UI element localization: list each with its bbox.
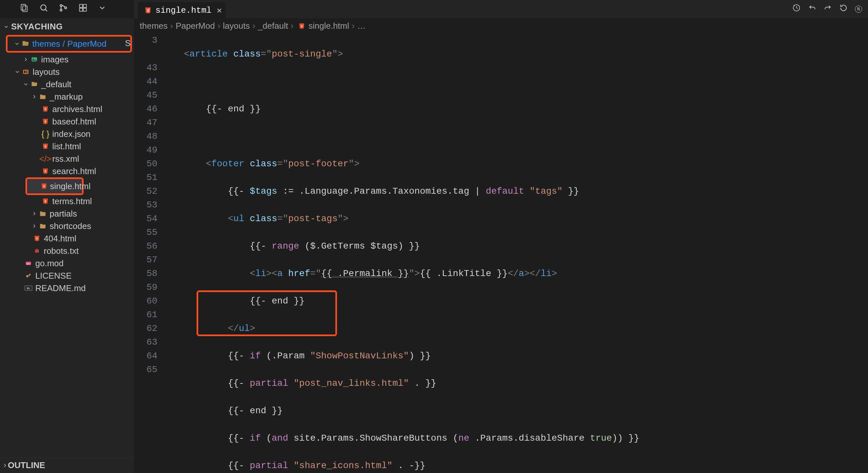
svg-point-28: [37, 250, 38, 252]
tab-bar: 5 single.html ✕: [134, 0, 792, 18]
layouts-folder-icon: [22, 68, 30, 76]
chevron-right-icon: [23, 57, 29, 62]
tree-folder-themes[interactable]: themes / PaperMod: [7, 37, 130, 51]
tree-label: index.json: [52, 129, 90, 139]
svg-rect-26: [35, 249, 39, 253]
svg-text:M↓: M↓: [27, 287, 30, 290]
svg-point-4: [60, 5, 62, 6]
chevron-down-icon: [14, 41, 20, 47]
svg-rect-1: [23, 6, 27, 11]
tree-file-robots[interactable]: robots.txt: [0, 245, 134, 257]
chevron-down-icon: [23, 81, 29, 87]
more-icon[interactable]: N: [855, 5, 862, 13]
chevron-down-icon[interactable]: [98, 4, 106, 15]
html-file-icon: 5: [298, 23, 306, 29]
chevron-right-icon: [31, 94, 37, 100]
breadcrumb-item[interactable]: …: [357, 21, 366, 31]
html-file-icon: 5: [33, 235, 41, 242]
editor-title-actions: N: [792, 0, 868, 18]
search-icon[interactable]: [39, 3, 48, 15]
run-loop-icon[interactable]: [839, 4, 848, 15]
tab-single-html[interactable]: 5 single.html ✕: [138, 2, 226, 18]
svg-rect-7: [80, 5, 83, 7]
diff-next-icon[interactable]: [824, 4, 832, 15]
folder-open-icon: [30, 81, 38, 88]
workspace-name: SKYACHING: [11, 22, 63, 32]
folder-open-icon: [21, 40, 30, 48]
svg-rect-10: [83, 8, 86, 11]
explorer-sidebar: SKYACHING themes / PaperMod S images lay…: [0, 18, 134, 473]
tree-file-404[interactable]: 5 404.html: [0, 232, 134, 245]
tree-folder-default[interactable]: _default: [0, 78, 134, 90]
tree-label: _default: [41, 79, 71, 89]
folder-icon: [38, 93, 47, 100]
tree-file-rss[interactable]: </> rss.xml: [0, 152, 134, 165]
svg-rect-9: [80, 8, 83, 11]
tree-file-list[interactable]: 5 list.html: [0, 140, 134, 152]
svg-rect-15: [23, 70, 29, 74]
tree-file-terms[interactable]: 5 terms.html: [0, 195, 134, 207]
workspace-header[interactable]: SKYACHING: [0, 18, 134, 35]
svg-rect-17: [26, 70, 28, 71]
svg-text:5: 5: [43, 184, 45, 188]
activity-bar: [0, 0, 134, 18]
outline-panel-header[interactable]: OUTLINE: [0, 457, 134, 473]
tree-file-search[interactable]: 5 search.html: [0, 165, 134, 177]
svg-point-27: [36, 250, 37, 252]
xml-file-icon: </>: [41, 154, 50, 164]
tree-label: terms.html: [52, 196, 92, 206]
tree-label: layouts: [33, 67, 59, 77]
breadcrumb-item[interactable]: layouts: [223, 21, 250, 31]
editor-area: themes› PaperMod› layouts› _default› 5 s…: [134, 18, 868, 473]
tab-label: single.html: [155, 5, 212, 16]
tree-folder-images[interactable]: images: [0, 53, 128, 66]
markdown-file-icon: M↓: [24, 286, 33, 291]
image-folder-icon: [30, 56, 38, 63]
code-editor[interactable]: 3 43 44 45 46 47 48 49 50 51 52 53 54 55…: [134, 34, 868, 473]
diff-prev-icon[interactable]: [808, 4, 816, 15]
tree-label: go.mod: [35, 258, 64, 268]
tree-file-readme[interactable]: M↓ README.md: [0, 282, 134, 294]
outline-label: OUTLINE: [8, 460, 45, 470]
html-file-icon: 5: [41, 106, 50, 112]
source-control-icon[interactable]: [59, 3, 68, 15]
breadcrumb-item[interactable]: _default: [258, 21, 288, 31]
folder-icon: [38, 223, 47, 230]
timeline-icon[interactable]: [792, 4, 801, 15]
svg-text:5: 5: [44, 145, 46, 148]
tree-file-archives[interactable]: 5 archives.html: [0, 103, 134, 115]
chevron-right-icon: [31, 223, 37, 229]
tree-folder-partials[interactable]: partials: [0, 207, 134, 220]
json-file-icon: { }: [41, 129, 50, 139]
svg-text:GO: GO: [27, 262, 31, 265]
svg-rect-16: [24, 70, 26, 73]
breadcrumb-item[interactable]: themes: [140, 21, 167, 31]
tree-file-license[interactable]: LICENSE: [0, 269, 134, 282]
explorer-icon[interactable]: [20, 3, 29, 15]
tree-file-single[interactable]: 5 single.html: [27, 179, 82, 194]
tree-label: shortcodes: [50, 221, 91, 231]
tree-label: images: [41, 55, 69, 65]
tree-label: themes / PaperMod: [32, 39, 106, 49]
chevron-down-icon: [3, 24, 9, 30]
extensions-icon[interactable]: [79, 3, 88, 15]
svg-text:5: 5: [147, 9, 149, 12]
tree-file-indexjson[interactable]: { } index.json: [0, 128, 134, 140]
svg-text:5: 5: [44, 200, 46, 203]
breadcrumb-item[interactable]: PaperMod: [176, 21, 215, 31]
svg-text:5: 5: [301, 25, 302, 28]
svg-line-3: [45, 9, 48, 11]
close-icon[interactable]: ✕: [217, 5, 222, 16]
html-file-icon: 5: [41, 143, 50, 150]
tree-label: README.md: [35, 283, 86, 293]
code-content[interactable]: <article class="post-single"> {{- end }}…: [162, 34, 868, 473]
tree-file-gomod[interactable]: GO go.mod: [0, 257, 134, 269]
breadcrumb[interactable]: themes› PaperMod› layouts› _default› 5 s…: [134, 18, 868, 34]
tree-folder-layouts[interactable]: layouts: [0, 66, 134, 78]
line-gutter: 3 43 44 45 46 47 48 49 50 51 52 53 54 55…: [134, 34, 162, 473]
tree-file-baseof[interactable]: 5 baseof.html: [0, 115, 134, 128]
tree-folder-markup[interactable]: _markup: [0, 90, 134, 103]
breadcrumb-item[interactable]: single.html: [309, 21, 349, 31]
tree-label: list.html: [52, 142, 81, 152]
tree-folder-shortcodes[interactable]: shortcodes: [0, 220, 134, 232]
